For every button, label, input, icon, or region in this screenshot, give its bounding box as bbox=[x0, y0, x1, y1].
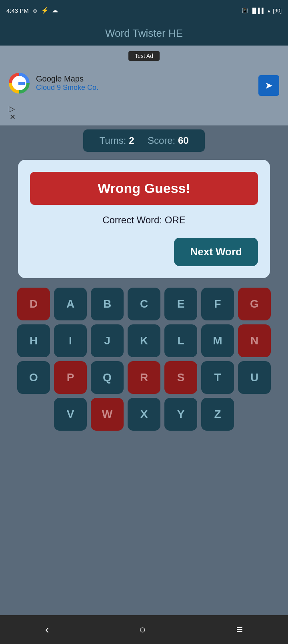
status-right: 📳 ▐▌▌▌ ▴ [90] bbox=[242, 8, 282, 14]
wrong-guess-label: Wrong Guess! bbox=[98, 181, 190, 196]
signal-icon: ▐▌▌▌ bbox=[250, 8, 265, 14]
svg-rect-1 bbox=[18, 82, 25, 85]
ad-banner[interactable]: Test Ad Google Maps Cloud 9 Smoke Co. ➤ … bbox=[0, 46, 288, 125]
ad-company-name: Google Maps bbox=[36, 74, 98, 83]
key-f[interactable]: F bbox=[201, 288, 234, 320]
keyboard-area: D A B C E F G H I J K L M N O P Q R S T … bbox=[0, 278, 288, 439]
key-s[interactable]: S bbox=[164, 361, 197, 394]
key-d[interactable]: D bbox=[17, 288, 50, 320]
google-logo-icon bbox=[8, 72, 30, 94]
next-word-button[interactable]: Next Word bbox=[174, 238, 258, 266]
key-v[interactable]: V bbox=[54, 398, 87, 431]
key-a[interactable]: A bbox=[54, 288, 87, 320]
ad-close-icon[interactable]: ✕ bbox=[10, 113, 16, 121]
key-e[interactable]: E bbox=[164, 288, 197, 320]
vibrate-icon: 📳 bbox=[242, 8, 248, 14]
usb-icon: ⚡ bbox=[41, 7, 49, 14]
key-g[interactable]: G bbox=[238, 288, 271, 320]
time-display: 4:43 PM bbox=[6, 7, 29, 14]
bottom-nav: ‹ ○ ≡ bbox=[0, 615, 288, 644]
battery-icon: [90] bbox=[273, 8, 282, 14]
app-title: Word Twister HE bbox=[105, 27, 183, 40]
wrong-guess-banner: Wrong Guess! bbox=[30, 172, 258, 205]
back-button[interactable]: ‹ bbox=[45, 623, 49, 636]
menu-button[interactable]: ≡ bbox=[236, 623, 243, 636]
keyboard-row-1: D A B C E F G bbox=[6, 288, 282, 320]
key-z[interactable]: Z bbox=[201, 398, 234, 431]
cloud-icon: ☁ bbox=[52, 7, 58, 14]
key-o[interactable]: O bbox=[17, 361, 50, 394]
score-box: Turns: 2 Score: 60 bbox=[83, 129, 204, 152]
keyboard-row-4: V W X Y Z bbox=[6, 398, 282, 431]
ad-label: Test Ad bbox=[128, 51, 160, 61]
title-bar: Word Twister HE bbox=[0, 21, 288, 46]
turns-label: Turns: bbox=[99, 135, 126, 146]
home-button[interactable]: ○ bbox=[139, 623, 146, 636]
key-w[interactable]: W bbox=[91, 398, 124, 431]
key-c[interactable]: C bbox=[128, 288, 160, 320]
key-n[interactable]: N bbox=[238, 324, 271, 357]
key-k[interactable]: K bbox=[128, 324, 160, 357]
key-h[interactable]: H bbox=[17, 324, 50, 357]
key-q[interactable]: Q bbox=[91, 361, 124, 394]
ad-subtitle: Cloud 9 Smoke Co. bbox=[36, 83, 98, 92]
score-value: 60 bbox=[178, 135, 189, 146]
score-label: Score: bbox=[148, 135, 175, 146]
key-r[interactable]: R bbox=[128, 361, 160, 394]
status-left: 4:43 PM ☺ ⚡ ☁ bbox=[6, 7, 58, 14]
key-t[interactable]: T bbox=[201, 361, 234, 394]
keyboard-row-3: O P Q R S T U bbox=[6, 361, 282, 394]
ad-text-block: Google Maps Cloud 9 Smoke Co. bbox=[36, 74, 98, 92]
keyboard-row-2: H I J K L M N bbox=[6, 324, 282, 357]
next-word-row: Next Word bbox=[30, 238, 258, 266]
key-l[interactable]: L bbox=[164, 324, 197, 357]
status-bar: 4:43 PM ☺ ⚡ ☁ 📳 ▐▌▌▌ ▴ [90] bbox=[0, 0, 288, 21]
key-u[interactable]: U bbox=[238, 361, 271, 394]
key-i[interactable]: I bbox=[54, 324, 87, 357]
key-j[interactable]: J bbox=[91, 324, 124, 357]
key-p[interactable]: P bbox=[54, 361, 87, 394]
whatsapp-icon: ☺ bbox=[32, 7, 38, 14]
ad-arrow-icon[interactable]: ➤ bbox=[258, 75, 279, 96]
ad-play-icon: ▷ bbox=[9, 104, 15, 113]
dialog-card: Wrong Guess! Correct Word: ORE Next Word bbox=[18, 160, 270, 278]
correct-word-text: Correct Word: ORE bbox=[30, 215, 258, 226]
key-b[interactable]: B bbox=[91, 288, 124, 320]
wifi-icon: ▴ bbox=[268, 8, 270, 14]
score-bar: Turns: 2 Score: 60 bbox=[0, 125, 288, 156]
turns-value: 2 bbox=[129, 135, 134, 146]
key-m[interactable]: M bbox=[201, 324, 234, 357]
ad-content: Google Maps Cloud 9 Smoke Co. bbox=[8, 72, 98, 94]
key-y[interactable]: Y bbox=[164, 398, 197, 431]
key-x[interactable]: X bbox=[128, 398, 160, 431]
